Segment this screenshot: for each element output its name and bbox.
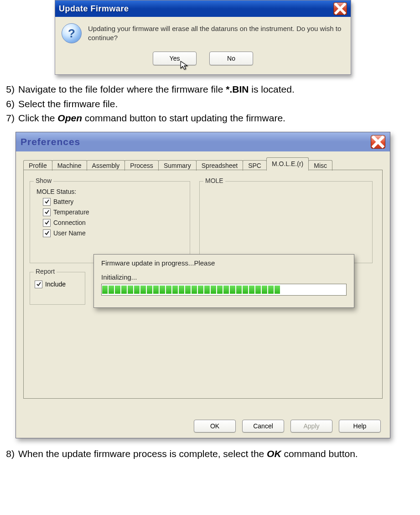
step8-bi: OK [267,448,281,459]
no-button[interactable]: No [209,52,253,65]
tab-spc[interactable]: SPC [243,160,267,171]
progress-segment [160,286,165,294]
step7-pre: Click the [18,113,57,123]
progress-segment [121,286,127,294]
progress-segment [192,286,197,294]
ok-button[interactable]: OK [194,420,236,432]
close-icon[interactable] [371,135,385,149]
help-label: Help [353,422,367,430]
progress-bar [101,284,347,296]
dialog1-title: Update Firmware [59,4,129,14]
cursor-icon [180,60,190,72]
progress-segment [275,286,280,294]
dialog2-titlebar: Preferences [16,132,390,151]
tab-spreadsheet-label: Spreadsheet [202,162,238,169]
progress-segment [147,286,152,294]
progress-segment [140,286,146,294]
apply-label: Apply [303,422,319,430]
progress-segment [153,286,159,294]
tab-profile-label: Profile [29,162,47,169]
dialog-preferences: Preferences Profile Machine Assembly Pro… [16,132,390,438]
tab-process-label: Process [130,162,153,169]
apply-button: Apply [290,420,332,432]
ok-label: OK [210,422,219,430]
progress-segment [128,286,133,294]
tab-assembly-label: Assembly [92,162,120,169]
close-icon[interactable] [333,2,347,15]
step8-num: 8) [0,447,15,461]
tab-misc-label: Misc [314,162,327,169]
progress-segment [204,286,210,294]
cancel-label: Cancel [253,422,273,430]
progress-segment [249,286,254,294]
progress-segment [166,286,171,294]
step-8: 8) When the update firmware process is c… [0,447,420,461]
progress-popup: Firmware update in progress...Please Ini… [93,254,354,308]
dialog2-button-row: OK Cancel Apply Help [16,414,390,438]
no-label: No [227,55,235,62]
step-6: 6) Select the firmware file. [0,97,420,111]
tab-machine-label: Machine [57,162,82,169]
tab-process[interactable]: Process [124,160,159,171]
dialog1-titlebar: Update Firmware [55,0,351,17]
question-icon: ? [62,23,82,43]
yes-button[interactable]: Yes [153,52,197,65]
step7-bi: Open [57,113,82,123]
step5-pre: Navigate to the file folder where the fi… [18,84,226,94]
step7-post: command button to start updating the fir… [82,113,285,123]
yes-label: Yes [170,55,180,62]
progress-segment [172,286,178,294]
progress-segment [211,286,216,294]
progress-segment [102,286,108,294]
tab-mole-label: M.O.L.E.(r) [272,160,303,167]
tab-mole[interactable]: M.O.L.E.(r) [266,157,309,170]
progress-segment [268,286,274,294]
dialog2-title: Preferences [21,136,80,147]
step8-pre: When the update firmware process is comp… [18,448,267,459]
tabs: Profile Machine Assembly Process Summary… [23,158,383,170]
step8-post: command button. [281,448,358,459]
step-7: 7) Click the Open command button to star… [0,111,420,125]
progress-line1: Firmware update in progress...Please [101,259,354,267]
help-button[interactable]: Help [339,420,381,432]
tab-machine[interactable]: Machine [52,160,87,171]
cancel-button[interactable]: Cancel [242,420,284,432]
step7-num: 7) [0,111,15,125]
dialog1-message: Updating your firmware will erase all th… [88,24,344,43]
progress-line2: Initializing... [101,273,354,281]
step5-num: 5) [0,82,15,97]
tab-assembly[interactable]: Assembly [87,160,125,171]
tab-summary[interactable]: Summary [158,160,197,171]
progress-segment [230,286,235,294]
progress-segment [109,286,114,294]
tab-spc-label: SPC [248,162,261,169]
step6-num: 6) [0,97,15,111]
progress-segment [115,286,120,294]
step6-text: Select the firmware file. [18,97,118,111]
progress-segment [185,286,191,294]
progress-segment [217,286,223,294]
progress-segment [223,286,229,294]
step5-post: is located. [249,84,294,94]
tab-profile[interactable]: Profile [23,160,52,171]
progress-segment [243,286,248,294]
progress-segment [236,286,242,294]
step-5: 5) Navigate to the file folder where the… [0,82,420,97]
dialog-update-firmware: Update Firmware ? Updating your firmware… [55,0,351,75]
progress-segment [198,286,203,294]
tab-misc[interactable]: Misc [308,160,332,171]
progress-segment [179,286,184,294]
progress-segment [255,286,261,294]
progress-segment [262,286,267,294]
tab-spreadsheet[interactable]: Spreadsheet [196,160,243,171]
tab-summary-label: Summary [164,162,191,169]
progress-segment [134,286,140,294]
step5-bold: *.BIN [226,84,249,94]
